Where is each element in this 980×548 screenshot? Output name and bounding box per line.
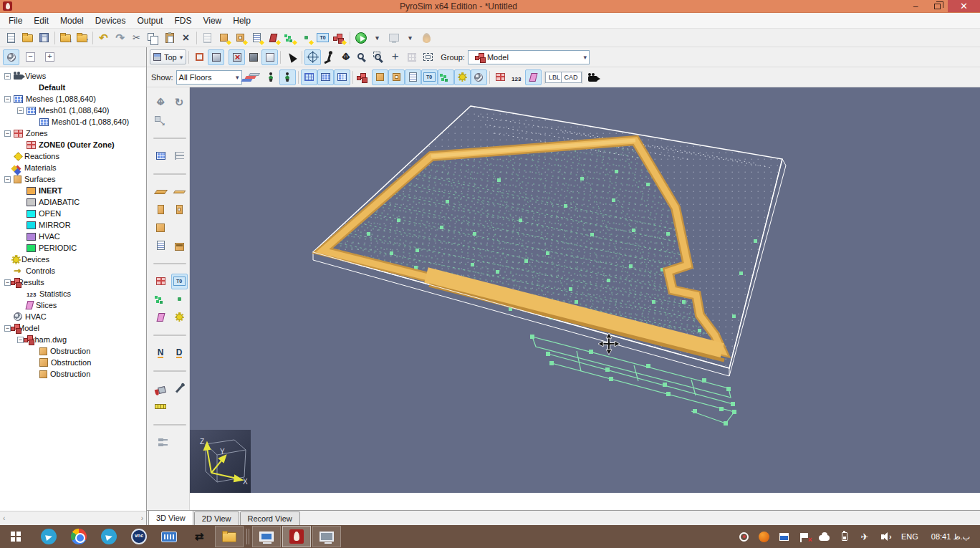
pyrosim-app-icon[interactable] bbox=[3, 1, 12, 11]
hide-render-icon[interactable] bbox=[229, 49, 245, 65]
collapse-all-button[interactable]: − bbox=[22, 49, 39, 65]
wall-hole-tool-icon[interactable] bbox=[171, 202, 188, 218]
person-height-icon[interactable] bbox=[279, 69, 296, 85]
edit-record-icon[interactable] bbox=[199, 30, 216, 46]
scroll-left-arrow-icon[interactable]: ‹ bbox=[3, 514, 5, 522]
airplane-tray-icon[interactable]: ✈ bbox=[855, 526, 874, 547]
menu-fds[interactable]: FDS bbox=[168, 14, 197, 27]
window-tray-icon[interactable] bbox=[775, 526, 794, 547]
explorer-icon[interactable] bbox=[215, 526, 244, 547]
zone-tool-icon[interactable] bbox=[153, 274, 169, 289]
solid-view-icon[interactable] bbox=[208, 49, 224, 65]
shaded-view-icon[interactable] bbox=[245, 49, 261, 65]
tree-expander[interactable] bbox=[4, 96, 11, 102]
tree-item-meshes[interactable]: Meshes (1,088,640) bbox=[1, 93, 146, 105]
point-tool-icon[interactable] bbox=[171, 292, 188, 307]
t0-tool-icon[interactable] bbox=[171, 274, 188, 289]
tree-expander[interactable] bbox=[17, 107, 24, 114]
show-particles-icon[interactable] bbox=[438, 69, 454, 85]
save-icon[interactable] bbox=[36, 30, 52, 46]
tree-item-devices[interactable]: Devices bbox=[1, 254, 146, 265]
restore-button[interactable] bbox=[926, 0, 948, 12]
tab-3d-view[interactable]: 3D View bbox=[148, 510, 193, 525]
tree-expander[interactable] bbox=[4, 279, 11, 286]
power-tray-icon[interactable] bbox=[835, 526, 854, 547]
eyedropper-tool-icon[interactable] bbox=[171, 381, 188, 397]
tree-item-surface-adiabatic[interactable]: ADIABATIC bbox=[1, 196, 146, 208]
menu-model[interactable]: Model bbox=[54, 14, 90, 27]
tree-item-results[interactable]: Results bbox=[1, 277, 146, 288]
tree-item-surface-inert[interactable]: INERT bbox=[1, 185, 146, 196]
language-indicator[interactable]: ENG bbox=[895, 532, 924, 541]
tree-item-views[interactable]: Views bbox=[1, 70, 146, 82]
telegram2-icon[interactable] bbox=[95, 526, 123, 547]
copy-icon[interactable] bbox=[145, 30, 161, 46]
smokeview-icon[interactable] bbox=[418, 30, 435, 46]
wall-tool-icon[interactable] bbox=[153, 202, 169, 218]
show-origin-icon[interactable] bbox=[355, 69, 372, 85]
cut-icon[interactable]: ✂ bbox=[128, 30, 145, 46]
export-file-icon[interactable] bbox=[74, 30, 90, 46]
center-view-icon[interactable] bbox=[387, 49, 403, 65]
volume-tray-icon[interactable] bbox=[875, 526, 894, 547]
walk-tool-icon[interactable] bbox=[321, 49, 337, 65]
select-tool-icon[interactable] bbox=[283, 49, 299, 65]
tree-item-surfaces[interactable]: Surfaces bbox=[1, 173, 146, 185]
zoom-box-tool-icon[interactable] bbox=[370, 49, 387, 65]
snap-grid-icon[interactable] bbox=[403, 49, 420, 65]
new-obstruction-icon[interactable] bbox=[216, 30, 232, 46]
tree-item-obstruction-2[interactable]: Obstruction bbox=[1, 357, 146, 368]
menu-help[interactable]: Help bbox=[227, 14, 256, 27]
tree-expander[interactable] bbox=[4, 325, 11, 332]
block-tool-icon[interactable] bbox=[153, 220, 169, 236]
group-combobox[interactable]: Model ▾ bbox=[468, 50, 590, 64]
tree-filter-icon[interactable] bbox=[3, 49, 19, 65]
new-point-icon[interactable] bbox=[298, 30, 314, 46]
new-record-icon[interactable] bbox=[249, 30, 265, 46]
app-monitor-icon[interactable] bbox=[252, 526, 281, 547]
axis-orientation-widget[interactable]: Z Y X bbox=[190, 430, 251, 493]
tree-expander[interactable] bbox=[4, 176, 11, 183]
paste-icon[interactable] bbox=[161, 30, 178, 46]
new-surface-d-icon[interactable]: D bbox=[171, 345, 188, 361]
new-hole-icon[interactable] bbox=[232, 30, 249, 46]
zoom-tool-icon[interactable] bbox=[354, 49, 370, 65]
show-obstructions-icon[interactable] bbox=[372, 69, 388, 85]
open-box-tool-icon[interactable] bbox=[171, 238, 188, 254]
show-devices-icon[interactable] bbox=[454, 69, 471, 85]
paint-tool-icon[interactable] bbox=[153, 381, 169, 397]
chrome-icon[interactable] bbox=[64, 526, 93, 547]
ruler-tool-icon[interactable] bbox=[153, 399, 169, 415]
menu-edit[interactable]: Edit bbox=[28, 14, 54, 27]
close-button[interactable]: ✕ bbox=[948, 0, 980, 12]
vnc-icon[interactable] bbox=[125, 526, 153, 547]
menu-output[interactable]: Output bbox=[131, 14, 168, 27]
taskbar-clock[interactable]: 08:41 ب.ظ bbox=[926, 532, 976, 542]
show-smoke-icon[interactable] bbox=[471, 69, 487, 85]
open-file-icon[interactable] bbox=[19, 30, 36, 46]
import-file-icon[interactable] bbox=[57, 30, 74, 46]
tree-item-default-view[interactable]: Default bbox=[1, 82, 146, 93]
show-t0-icon[interactable] bbox=[421, 69, 438, 85]
slab-tool-icon[interactable] bbox=[153, 184, 169, 200]
wireframe-view-icon[interactable] bbox=[191, 49, 208, 65]
share-icon[interactable]: ⇄ bbox=[185, 526, 213, 547]
show-zones-icon[interactable] bbox=[492, 69, 509, 85]
new-file-icon[interactable] bbox=[3, 30, 19, 46]
slice-tool-icon[interactable] bbox=[153, 309, 169, 325]
tab-2d-view[interactable]: 2D View bbox=[194, 511, 239, 525]
tree-horizontal-scrollbar[interactable]: ‹ › bbox=[0, 511, 146, 525]
t0-default-icon[interactable] bbox=[314, 30, 331, 46]
redo-icon[interactable]: ↷ bbox=[112, 30, 128, 46]
undo-icon[interactable]: ↶ bbox=[95, 30, 112, 46]
pan-tool-icon[interactable] bbox=[337, 49, 354, 65]
new-mesh-icon[interactable] bbox=[153, 148, 169, 164]
room-record-icon[interactable] bbox=[153, 238, 169, 254]
run-simulation-icon[interactable] bbox=[352, 30, 369, 46]
tree-item-surface-periodic[interactable]: PERIODIC bbox=[1, 242, 146, 254]
scroll-right-arrow-icon[interactable]: › bbox=[141, 514, 143, 522]
tree-item-surface-hvac[interactable]: HVAC bbox=[1, 231, 146, 242]
smooth-view-icon[interactable] bbox=[261, 49, 278, 65]
tree-item-mesh01-d[interactable]: Mesh01-d (1,088,640) bbox=[1, 116, 146, 128]
show-slices-icon[interactable] bbox=[525, 69, 542, 85]
